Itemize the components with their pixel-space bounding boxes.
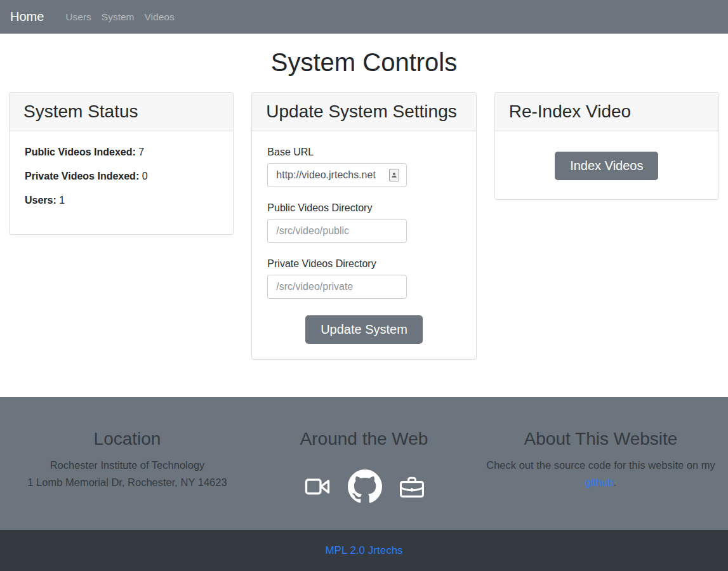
stat-private-videos: Private Videos Indexed: 0 bbox=[25, 171, 218, 182]
about-text-after: . bbox=[614, 476, 617, 488]
social-icons-row bbox=[246, 469, 482, 504]
github-link[interactable]: github bbox=[585, 476, 614, 488]
update-settings-body: Base URL Public Videos bbox=[252, 131, 475, 359]
nav-link-system[interactable]: System bbox=[96, 11, 140, 23]
briefcase-icon[interactable] bbox=[397, 473, 427, 501]
stat-value: 0 bbox=[142, 171, 148, 181]
around-the-web-section: Around the Web bbox=[246, 429, 482, 530]
reindex-body: Index Videos bbox=[495, 131, 718, 199]
license-link[interactable]: MPL 2.0 Jrtechs bbox=[325, 544, 402, 557]
stat-users: Users: 1 bbox=[25, 195, 218, 206]
update-settings-title: Update System Settings bbox=[266, 102, 461, 122]
reindex-title: Re-Index Video bbox=[509, 102, 705, 122]
stat-label: Private Videos Indexed: bbox=[25, 171, 139, 181]
location-section: Location Rochester Institute of Technolo… bbox=[9, 429, 246, 530]
about-text: Check out the source code for this websi… bbox=[482, 457, 719, 491]
location-title: Location bbox=[9, 429, 246, 449]
page-title: System Controls bbox=[0, 48, 728, 77]
location-line-2: 1 Lomb Memorial Dr, Rochester, NY 14623 bbox=[9, 474, 246, 491]
nav-brand-home[interactable]: Home bbox=[10, 10, 44, 24]
reindex-card: Re-Index Video Index Videos bbox=[494, 92, 719, 200]
update-button-row: Update System bbox=[267, 315, 460, 344]
bottom-bar: MPL 2.0 Jrtechs bbox=[0, 530, 728, 571]
video-icon[interactable] bbox=[302, 474, 333, 499]
location-line-1: Rochester Institute of Technology bbox=[9, 457, 246, 474]
about-text-before: Check out the source code for this websi… bbox=[486, 459, 715, 471]
base-url-input[interactable] bbox=[267, 163, 407, 187]
base-url-label: Base URL bbox=[267, 147, 460, 158]
public-dir-label: Public Videos Directory bbox=[267, 202, 460, 214]
stat-public-videos: Public Videos Indexed: 7 bbox=[25, 147, 218, 158]
private-dir-input-wrap bbox=[267, 275, 407, 299]
update-settings-card: Update System Settings Base URL bbox=[251, 92, 476, 360]
system-status-body: Public Videos Indexed: 7 Private Videos … bbox=[10, 131, 233, 234]
github-icon[interactable] bbox=[348, 469, 382, 504]
nav-link-videos[interactable]: Videos bbox=[140, 11, 180, 23]
about-title: About This Website bbox=[482, 429, 719, 449]
update-system-button[interactable]: Update System bbox=[305, 315, 423, 344]
cards-row: System Status Public Videos Indexed: 7 P… bbox=[0, 92, 728, 360]
stat-value: 1 bbox=[59, 195, 65, 206]
update-settings-card-header: Update System Settings bbox=[252, 93, 475, 131]
page: Home Users System Videos System Controls… bbox=[0, 0, 728, 571]
public-dir-input-wrap bbox=[267, 219, 407, 243]
index-videos-button[interactable]: Index Videos bbox=[555, 152, 658, 180]
around-the-web-title: Around the Web bbox=[246, 429, 482, 449]
private-dir-group: Private Videos Directory bbox=[267, 258, 460, 299]
stat-value: 7 bbox=[138, 147, 144, 157]
system-status-title: System Status bbox=[23, 102, 219, 122]
system-status-card: System Status Public Videos Indexed: 7 P… bbox=[9, 92, 234, 235]
navbar: Home Users System Videos bbox=[0, 0, 728, 34]
public-dir-group: Public Videos Directory bbox=[267, 202, 460, 243]
main-content: System Controls System Status Public Vid… bbox=[0, 34, 728, 397]
private-dir-label: Private Videos Directory bbox=[267, 258, 460, 270]
system-status-card-header: System Status bbox=[10, 93, 233, 131]
base-url-group: Base URL bbox=[267, 147, 460, 187]
stat-label: Users: bbox=[25, 195, 56, 206]
stat-label: Public Videos Indexed: bbox=[25, 147, 136, 157]
footer: Location Rochester Institute of Technolo… bbox=[0, 397, 728, 530]
reindex-card-header: Re-Index Video bbox=[495, 93, 718, 131]
base-url-input-wrap bbox=[267, 163, 407, 187]
about-section: About This Website Check out the source … bbox=[482, 429, 719, 530]
nav-link-users[interactable]: Users bbox=[60, 11, 96, 23]
public-dir-input[interactable] bbox=[267, 219, 407, 243]
autofill-icon[interactable] bbox=[389, 169, 399, 181]
private-dir-input[interactable] bbox=[267, 275, 407, 299]
